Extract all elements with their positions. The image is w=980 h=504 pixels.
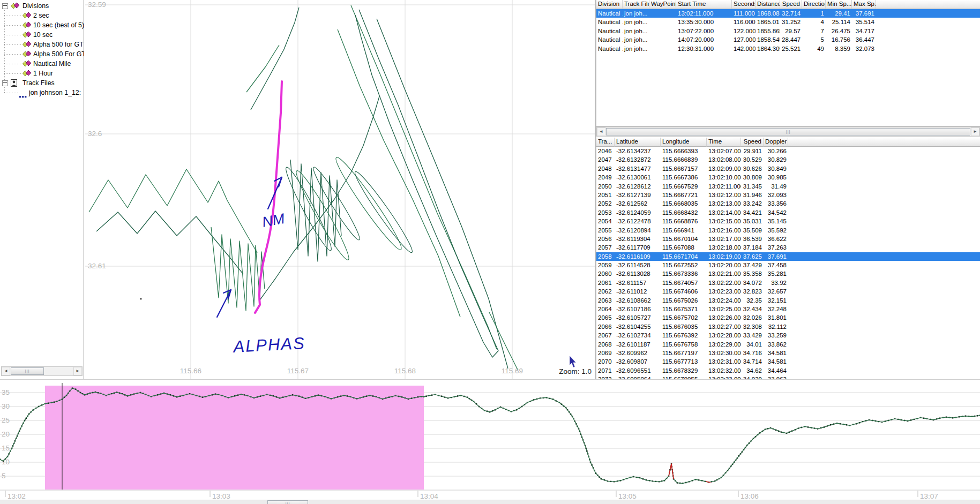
tree-horizontal-scrollbar[interactable]: ◄|||► bbox=[1, 366, 83, 376]
table-row[interactable]: 2064-32.6107186115.667537113:02:25.00032… bbox=[596, 305, 980, 313]
table-row[interactable]: Nautical ...jon joh...13:02:11.000111.00… bbox=[596, 9, 980, 18]
table-row[interactable]: 2068-32.6101187115.667675813:02:29.00034… bbox=[596, 340, 980, 349]
column-header-longitude[interactable]: Longitude bbox=[661, 138, 707, 147]
tree-item-alpha-500-for-gt1[interactable]: Alpha 500 for GT1 bbox=[0, 40, 84, 49]
table-row[interactable]: Nautical ...jon joh...12:30:31.000142.00… bbox=[596, 44, 980, 53]
column-header-direction[interactable]: Direction bbox=[802, 0, 826, 9]
tree-item-track-files[interactable]: Track Files bbox=[0, 78, 84, 88]
scrollbar-thumb[interactable]: ||| bbox=[11, 367, 44, 375]
scroll-right-button[interactable]: ► bbox=[73, 367, 82, 375]
column-header-min-sp-[interactable]: Min Sp... bbox=[826, 0, 852, 9]
tree-item-label: Divisions bbox=[23, 1, 49, 11]
column-header-seconds[interactable]: Seconds bbox=[732, 0, 755, 9]
table-cell: 31.946 bbox=[741, 191, 764, 199]
graph-horizontal-scrollbar[interactable]: ||| bbox=[0, 500, 980, 504]
table-row[interactable]: Nautical ...jon joh...14:07:20.000127.00… bbox=[596, 35, 980, 44]
tree-item-1-hour[interactable]: 1 Hour bbox=[0, 69, 84, 78]
table-cell: 115.667088 bbox=[661, 243, 707, 252]
selected-run-region[interactable] bbox=[45, 386, 424, 490]
tree-item-10-sec[interactable]: 10 sec bbox=[0, 30, 84, 40]
scroll-left-button[interactable]: ◄ bbox=[597, 127, 605, 136]
expand-toggle[interactable] bbox=[2, 80, 8, 86]
tree-connector bbox=[4, 16, 21, 16]
table-cell: -32.6102734 bbox=[615, 331, 661, 340]
table-cell: 30.529 bbox=[741, 155, 764, 164]
column-header-max-sp-[interactable]: Max Sp... bbox=[852, 0, 876, 9]
table-cell: 33.429 bbox=[741, 331, 764, 340]
table-cell: -32.6127139 bbox=[615, 191, 661, 199]
tree-item-divisions[interactable]: Divisions bbox=[0, 1, 84, 11]
table-cell: 34.542 bbox=[764, 208, 788, 217]
table-row[interactable]: 2047-32.6132872115.666683913:02:08.00030… bbox=[596, 155, 980, 164]
tree-item-10-sec-best-of-5-[interactable]: 10 sec (best of 5) bbox=[0, 20, 84, 30]
table-row[interactable]: 2057-32.6117709115.66708813:02:18.00037.… bbox=[596, 243, 980, 252]
table-cell: 34.072 bbox=[741, 279, 764, 287]
table-row[interactable]: 2056-32.6119304115.667010413:02:17.00036… bbox=[596, 235, 980, 243]
table-row[interactable]: 2065-32.6105727115.667570213:02:26.00032… bbox=[596, 313, 980, 322]
table-cell: 30.809 bbox=[741, 173, 764, 182]
x-axis-label: 13:03 bbox=[212, 492, 230, 500]
table-row[interactable]: Nautical ...jon joh...13:07:22.000122.00… bbox=[596, 27, 980, 35]
table-cell: 13:02:17.000 bbox=[707, 235, 741, 243]
column-header-division[interactable]: Division bbox=[596, 0, 623, 9]
table-cell: jon joh... bbox=[623, 44, 649, 53]
column-header-track-file[interactable]: Track File bbox=[623, 0, 649, 9]
table-row[interactable]: 2067-32.6102734115.667639213:02:28.00033… bbox=[596, 331, 980, 340]
tree-item-jon-johnson-1-12-[interactable]: jon johnson 1_12: bbox=[0, 88, 84, 97]
gps-track bbox=[89, 169, 257, 253]
table-row[interactable]: 2051-32.6127139115.666772113:02:12.00031… bbox=[596, 191, 980, 199]
table-row[interactable]: Nautical ...jon joh...13:35:30.000116.00… bbox=[596, 18, 980, 26]
table-row[interactable]: 2054-32.6122478115.666887613:02:15.00035… bbox=[596, 217, 980, 225]
table-cell: 1855.865 bbox=[755, 27, 780, 35]
table-cell: 37.458 bbox=[764, 261, 788, 269]
column-header-time[interactable]: Time bbox=[707, 138, 741, 147]
table-row[interactable]: 2049-32.6130061115.666738613:02:10.00030… bbox=[596, 173, 980, 182]
table-cell: jon joh... bbox=[623, 9, 649, 18]
column-header-latitude[interactable]: Latitude bbox=[615, 138, 661, 147]
tree-item-nautical-mile[interactable]: Nautical Mile bbox=[0, 59, 84, 69]
table-row[interactable]: 2048-32.6131477115.666715713:02:09.00030… bbox=[596, 164, 980, 173]
table-cell: 30.266 bbox=[764, 147, 788, 155]
column-header-speed[interactable]: Speed bbox=[780, 0, 802, 9]
table-cell: 32.151 bbox=[764, 296, 788, 305]
table-row[interactable]: 2052-32.612562115.666803513:02:13.00033.… bbox=[596, 199, 980, 208]
table-row[interactable]: 2053-32.6124059115.666843213:02:14.00034… bbox=[596, 208, 980, 217]
scrollbar-thumb[interactable]: ||| bbox=[606, 128, 970, 136]
runs-table-horizontal-scrollbar[interactable]: ◄ ||| ► bbox=[596, 127, 980, 137]
column-header-doppler[interactable]: Doppler bbox=[764, 138, 788, 147]
table-row[interactable]: 2066-32.6104255115.667603513:02:27.00032… bbox=[596, 322, 980, 331]
table-row[interactable]: 2063-32.6108662115.667502613:02:24.00032… bbox=[596, 296, 980, 305]
track-map[interactable]: 32.5932.632.61115.66115.67115.68115.69NM… bbox=[85, 0, 596, 379]
tree-item-2-sec[interactable]: 2 sec bbox=[0, 11, 84, 20]
table-cell: 2052 bbox=[596, 199, 615, 208]
speed-time-graph[interactable]: 353025201510513:0213:0313:0413:0513:0613… bbox=[0, 379, 980, 504]
table-row[interactable]: 2059-32.6114528115.667255213:02:20.00037… bbox=[596, 261, 980, 269]
expand-toggle[interactable] bbox=[2, 3, 8, 9]
table-row[interactable]: 2062-32.611012115.667460613:02:23.00032.… bbox=[596, 287, 980, 296]
scroll-right-button[interactable]: ► bbox=[971, 127, 979, 136]
scroll-left-button[interactable]: ◄ bbox=[2, 367, 10, 375]
table-row[interactable]: 2050-32.6128612115.666752913:02:11.00031… bbox=[596, 182, 980, 191]
table-row[interactable]: 2060-32.6113028115.667333613:02:21.00035… bbox=[596, 269, 980, 278]
table-row[interactable]: 2055-32.6120894115.66694113:02:16.00035.… bbox=[596, 226, 980, 235]
column-header-speed[interactable]: Speed bbox=[741, 138, 764, 147]
table-row[interactable]: 2071-32.6096551115.667832913:02:32.00034… bbox=[596, 366, 980, 375]
column-header-start-time[interactable]: Start Time bbox=[676, 0, 732, 9]
scrollbar-thumb[interactable]: ||| bbox=[267, 500, 308, 504]
table-cell: 31.801 bbox=[764, 313, 788, 322]
y-axis-label: 35 bbox=[2, 388, 10, 396]
tree-item-alpha-500-for-gt-[interactable]: Alpha 500 For GT. bbox=[0, 49, 84, 59]
table-row[interactable]: 2061-32.611157115.667405713:02:22.00034.… bbox=[596, 279, 980, 287]
table-row[interactable]: 2070-32.609807115.667771313:02:31.00034.… bbox=[596, 357, 980, 366]
table-row[interactable]: 2046-32.6134237115.666639313:02:07.00029… bbox=[596, 147, 980, 155]
column-header-waypoint[interactable]: WayPoint bbox=[649, 0, 676, 9]
table-cell: 37.691 bbox=[764, 252, 788, 261]
column-header-distance[interactable]: Distance bbox=[755, 0, 780, 9]
column-header-tra-[interactable]: Tra... bbox=[596, 138, 615, 147]
table-row[interactable]: 2058-32.6116109115.667170413:02:19.00037… bbox=[596, 252, 980, 261]
table-cell: 34.01 bbox=[741, 340, 764, 349]
selected-run-track[interactable] bbox=[255, 81, 282, 313]
y-axis-label: 25 bbox=[2, 416, 10, 424]
table-row[interactable]: 2069-32.609962115.667719713:02:30.00034.… bbox=[596, 349, 980, 357]
table-cell: 115.6674057 bbox=[661, 279, 707, 287]
